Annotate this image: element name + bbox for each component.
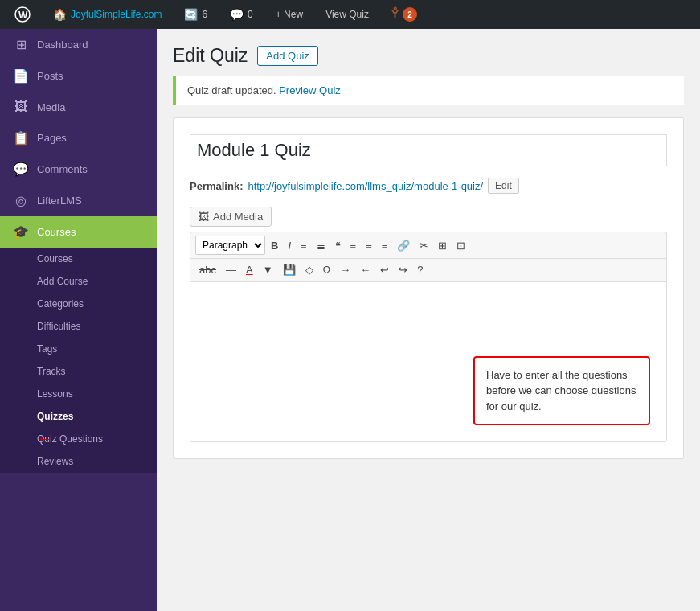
omega-btn[interactable]: Ω <box>319 262 335 277</box>
help-btn[interactable]: ? <box>413 262 427 277</box>
submenu-tracks[interactable]: Tracks <box>0 360 157 383</box>
dropdown-btn[interactable]: ▼ <box>259 262 277 277</box>
toolbar-row-2: abc — A ▼ 💾 ◇ Ω → ← ↩ ↪ ? <box>190 259 666 281</box>
comments-item[interactable]: 💬 0 <box>225 0 258 29</box>
italic-btn[interactable]: I <box>284 238 295 253</box>
save-btn[interactable]: 💾 <box>279 262 300 277</box>
wp-logo[interactable]: W <box>10 0 35 29</box>
quiz-title-input[interactable] <box>190 134 667 166</box>
align-left-btn[interactable]: ≡ <box>346 238 361 253</box>
link-btn[interactable]: 🔗 <box>393 238 414 253</box>
sidebar-item-lifterlms[interactable]: ◎ LifterLMS <box>0 185 157 216</box>
ul-btn[interactable]: ≡ <box>297 238 311 253</box>
submenu-quizzes[interactable]: Quizzes <box>0 405 157 428</box>
submenu-quiz-questions[interactable]: Quiz Questions ← <box>0 428 157 450</box>
permalink-url[interactable]: http://joyfulsimplelife.com/llms_quiz/mo… <box>248 180 483 192</box>
redo-btn[interactable]: ↪ <box>395 262 411 277</box>
text-color-btn[interactable]: A <box>242 262 257 277</box>
undo-btn[interactable]: ↩ <box>376 262 393 277</box>
pages-icon: 📋 <box>13 130 29 146</box>
edit-post-box: Permalink: http://joyfulsimplelife.com/l… <box>173 117 684 459</box>
media-icon: 🖼 <box>13 100 29 114</box>
align-right-btn[interactable]: ≡ <box>378 238 392 253</box>
editor-area[interactable]: Have to enter all the questions before w… <box>190 281 667 442</box>
content-area: Edit Quiz Add Quiz Quiz draft updated. P… <box>157 29 700 611</box>
sidebar: ⊞ Dashboard 📄 Posts 🖼 Media 📋 Pages 💬 Co… <box>0 29 157 611</box>
blockquote-btn[interactable]: ❝ <box>331 238 345 253</box>
add-media-button[interactable]: 🖼 Add Media <box>190 207 272 227</box>
submenu-add-course[interactable]: Add Course <box>0 270 157 293</box>
table-btn[interactable]: ⊞ <box>434 238 451 253</box>
notice-bar: Quiz draft updated. Preview Quiz <box>173 76 684 105</box>
eraser-btn[interactable]: ◇ <box>301 262 317 277</box>
add-quiz-button[interactable]: Add Quiz <box>257 46 317 66</box>
view-quiz-item[interactable]: View Quiz <box>321 0 374 29</box>
preview-quiz-link[interactable]: Preview Quiz <box>279 84 341 96</box>
fullscreen-btn[interactable]: ⊡ <box>452 238 469 253</box>
submenu-courses[interactable]: Courses <box>0 248 157 270</box>
hr-btn[interactable]: — <box>222 262 240 277</box>
red-arrow-icon: ← <box>36 429 54 449</box>
plugin-item[interactable]: Y̊ 2 <box>387 0 422 29</box>
toolbar-row-1: Paragraph B I ≡ ≣ ❝ ≡ ≡ ≡ 🔗 ✂ ⊞ ⊡ <box>190 232 666 259</box>
indent-btn[interactable]: → <box>336 262 354 277</box>
align-center-btn[interactable]: ≡ <box>362 238 376 253</box>
submenu-reviews[interactable]: Reviews <box>0 450 157 473</box>
page-title: Edit Quiz <box>173 45 248 67</box>
submenu-categories[interactable]: Categories <box>0 293 157 315</box>
submenu-tags[interactable]: Tags <box>0 338 157 360</box>
courses-submenu: Courses Add Course Categories Difficulti… <box>0 248 157 473</box>
strikethrough-btn[interactable]: abc <box>195 262 220 277</box>
permalink-row: Permalink: http://joyfulsimplelife.com/l… <box>190 178 667 194</box>
lifterlms-icon: ◎ <box>13 193 29 208</box>
annotation-box: Have to enter all the questions before w… <box>473 356 650 426</box>
sidebar-item-posts[interactable]: 📄 Posts <box>0 60 157 92</box>
submenu-difficulties[interactable]: Difficulties <box>0 315 157 338</box>
site-name[interactable]: 🏠 JoyfulSimpleLife.com <box>48 0 166 29</box>
posts-icon: 📄 <box>13 68 29 84</box>
outdent-btn[interactable]: ← <box>356 262 375 277</box>
permalink-edit-button[interactable]: Edit <box>488 178 519 194</box>
updates-item[interactable]: 🔄 6 <box>179 0 212 29</box>
sidebar-item-media[interactable]: 🖼 Media <box>0 92 157 122</box>
courses-icon: 🎓 <box>13 224 29 240</box>
page-header: Edit Quiz Add Quiz <box>173 45 684 67</box>
new-item[interactable]: + New <box>271 0 308 29</box>
dashboard-icon: ⊞ <box>13 37 29 52</box>
format-select[interactable]: Paragraph <box>195 236 265 255</box>
bold-btn[interactable]: B <box>267 238 282 253</box>
comments-icon: 💬 <box>13 162 29 177</box>
sidebar-item-courses[interactable]: 🎓 Courses <box>0 216 157 248</box>
submenu-lessons[interactable]: Lessons <box>0 383 157 405</box>
ol-btn[interactable]: ≣ <box>313 238 330 253</box>
editor-toolbar: Paragraph B I ≡ ≣ ❝ ≡ ≡ ≡ 🔗 ✂ ⊞ ⊡ abc <box>190 232 667 281</box>
svg-text:W: W <box>18 10 28 21</box>
sidebar-item-dashboard[interactable]: ⊞ Dashboard <box>0 29 157 60</box>
unlink-btn[interactable]: ✂ <box>415 238 432 253</box>
sidebar-item-comments[interactable]: 💬 Comments <box>0 154 157 185</box>
admin-bar: W 🏠 JoyfulSimpleLife.com 🔄 6 💬 0 + New V… <box>0 0 700 29</box>
sidebar-item-pages[interactable]: 📋 Pages <box>0 122 157 154</box>
add-media-icon: 🖼 <box>199 211 209 223</box>
